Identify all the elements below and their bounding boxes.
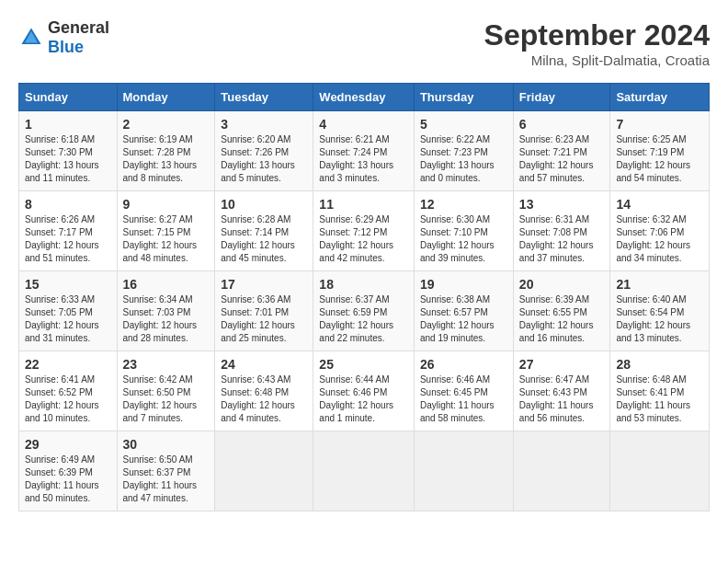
- sunset: Sunset: 7:14 PM: [221, 227, 289, 237]
- table-row: 19 Sunrise: 6:38 AM Sunset: 6:57 PM Dayl…: [414, 271, 513, 351]
- day-detail: Sunrise: 6:32 AM Sunset: 7:06 PM Dayligh…: [616, 213, 703, 265]
- day-detail: Sunrise: 6:48 AM Sunset: 6:41 PM Dayligh…: [616, 373, 703, 425]
- daylight: Daylight: 13 hours and 8 minutes.: [123, 160, 198, 183]
- sunset: Sunset: 7:23 PM: [420, 147, 488, 157]
- sunrise: Sunrise: 6:41 AM: [25, 374, 95, 385]
- day-detail: Sunrise: 6:37 AM Sunset: 6:59 PM Dayligh…: [319, 293, 408, 345]
- day-detail: Sunrise: 6:47 AM Sunset: 6:43 PM Dayligh…: [519, 373, 605, 425]
- day-number: 24: [221, 357, 307, 372]
- daylight: Daylight: 12 hours and 57 minutes.: [519, 160, 594, 183]
- day-detail: Sunrise: 6:46 AM Sunset: 6:45 PM Dayligh…: [420, 373, 507, 425]
- sunrise: Sunrise: 6:36 AM: [221, 294, 290, 304]
- day-number: 14: [616, 197, 703, 212]
- sunrise: Sunrise: 6:43 AM: [221, 374, 290, 385]
- daylight: Daylight: 12 hours and 54 minutes.: [616, 160, 690, 183]
- day-number: 21: [616, 277, 703, 292]
- table-row: 17 Sunrise: 6:36 AM Sunset: 7:01 PM Dayl…: [215, 271, 313, 351]
- day-detail: Sunrise: 6:36 AM Sunset: 7:01 PM Dayligh…: [221, 293, 307, 345]
- sunrise: Sunrise: 6:38 AM: [420, 294, 490, 304]
- table-row: 25 Sunrise: 6:44 AM Sunset: 6:46 PM Dayl…: [313, 351, 415, 431]
- daylight: Daylight: 12 hours and 1 minute.: [319, 400, 393, 423]
- day-detail: Sunrise: 6:40 AM Sunset: 6:54 PM Dayligh…: [616, 293, 703, 345]
- daylight: Daylight: 12 hours and 45 minutes.: [221, 240, 295, 263]
- day-number: 3: [221, 117, 307, 132]
- sunset: Sunset: 6:55 PM: [519, 307, 587, 317]
- table-row: [414, 431, 513, 511]
- table-row: 10 Sunrise: 6:28 AM Sunset: 7:14 PM Dayl…: [215, 191, 313, 271]
- col-friday: Friday: [513, 84, 610, 111]
- col-wednesday: Wednesday: [313, 84, 415, 111]
- table-row: 30 Sunrise: 6:50 AM Sunset: 6:37 PM Dayl…: [117, 431, 215, 511]
- day-number: 10: [221, 197, 307, 212]
- table-row: 14 Sunrise: 6:32 AM Sunset: 7:06 PM Dayl…: [610, 191, 710, 271]
- sunset: Sunset: 7:08 PM: [519, 227, 587, 237]
- day-number: 12: [420, 197, 507, 212]
- day-number: 8: [25, 197, 111, 212]
- table-row: 12 Sunrise: 6:30 AM Sunset: 7:10 PM Dayl…: [414, 191, 513, 271]
- table-row: 9 Sunrise: 6:27 AM Sunset: 7:15 PM Dayli…: [117, 191, 215, 271]
- daylight: Daylight: 12 hours and 51 minutes.: [25, 240, 99, 263]
- day-detail: Sunrise: 6:25 AM Sunset: 7:19 PM Dayligh…: [616, 133, 703, 185]
- col-sunday: Sunday: [19, 84, 118, 111]
- day-detail: Sunrise: 6:22 AM Sunset: 7:23 PM Dayligh…: [420, 133, 507, 185]
- day-number: 13: [519, 197, 605, 212]
- day-number: 19: [420, 277, 507, 292]
- sunset: Sunset: 6:50 PM: [123, 387, 191, 397]
- table-row: 1 Sunrise: 6:18 AM Sunset: 7:30 PM Dayli…: [19, 111, 118, 191]
- sunrise: Sunrise: 6:31 AM: [519, 214, 589, 224]
- sunrise: Sunrise: 6:19 AM: [123, 134, 193, 144]
- sunrise: Sunrise: 6:29 AM: [319, 214, 389, 224]
- sunset: Sunset: 6:52 PM: [25, 387, 93, 397]
- day-detail: Sunrise: 6:21 AM Sunset: 7:24 PM Dayligh…: [319, 133, 408, 185]
- page-header: General Blue September 2024 Milna, Split…: [18, 18, 710, 68]
- sunset: Sunset: 7:30 PM: [25, 147, 93, 157]
- calendar-week-row: 29 Sunrise: 6:49 AM Sunset: 6:39 PM Dayl…: [19, 431, 710, 511]
- sunset: Sunset: 7:03 PM: [123, 307, 191, 317]
- day-detail: Sunrise: 6:26 AM Sunset: 7:17 PM Dayligh…: [25, 213, 111, 265]
- daylight: Daylight: 11 hours and 53 minutes.: [616, 400, 690, 423]
- sunrise: Sunrise: 6:20 AM: [221, 134, 290, 144]
- sunset: Sunset: 7:01 PM: [221, 307, 289, 317]
- daylight: Daylight: 12 hours and 48 minutes.: [123, 240, 198, 263]
- day-detail: Sunrise: 6:33 AM Sunset: 7:05 PM Dayligh…: [25, 293, 111, 345]
- sunset: Sunset: 6:43 PM: [519, 387, 587, 397]
- day-detail: Sunrise: 6:18 AM Sunset: 7:30 PM Dayligh…: [25, 133, 111, 185]
- day-detail: Sunrise: 6:29 AM Sunset: 7:12 PM Dayligh…: [319, 213, 408, 265]
- table-row: [215, 431, 313, 511]
- sunset: Sunset: 6:46 PM: [319, 387, 387, 397]
- table-row: 2 Sunrise: 6:19 AM Sunset: 7:28 PM Dayli…: [117, 111, 215, 191]
- sunset: Sunset: 7:21 PM: [519, 147, 587, 157]
- day-number: 11: [319, 197, 408, 212]
- day-number: 30: [123, 437, 210, 452]
- daylight: Daylight: 12 hours and 28 minutes.: [123, 320, 198, 343]
- daylight: Daylight: 12 hours and 4 minutes.: [221, 400, 295, 423]
- col-monday: Monday: [117, 84, 215, 111]
- month-year: September 2024: [484, 18, 710, 52]
- sunrise: Sunrise: 6:44 AM: [319, 374, 389, 385]
- sunset: Sunset: 7:26 PM: [221, 147, 289, 157]
- table-row: 23 Sunrise: 6:42 AM Sunset: 6:50 PM Dayl…: [117, 351, 215, 431]
- daylight: Daylight: 12 hours and 42 minutes.: [319, 240, 393, 263]
- calendar-week-row: 1 Sunrise: 6:18 AM Sunset: 7:30 PM Dayli…: [19, 111, 710, 191]
- sunrise: Sunrise: 6:27 AM: [123, 214, 193, 224]
- sunrise: Sunrise: 6:33 AM: [25, 294, 95, 304]
- day-detail: Sunrise: 6:42 AM Sunset: 6:50 PM Dayligh…: [123, 373, 210, 425]
- table-row: [513, 431, 610, 511]
- day-detail: Sunrise: 6:39 AM Sunset: 6:55 PM Dayligh…: [519, 293, 605, 345]
- daylight: Daylight: 11 hours and 58 minutes.: [420, 400, 495, 423]
- table-row: 5 Sunrise: 6:22 AM Sunset: 7:23 PM Dayli…: [414, 111, 513, 191]
- day-number: 2: [123, 117, 210, 132]
- day-detail: Sunrise: 6:27 AM Sunset: 7:15 PM Dayligh…: [123, 213, 210, 265]
- day-number: 22: [25, 357, 111, 372]
- daylight: Daylight: 11 hours and 50 minutes.: [25, 480, 99, 503]
- sunrise: Sunrise: 6:42 AM: [123, 374, 193, 385]
- calendar-week-row: 8 Sunrise: 6:26 AM Sunset: 7:17 PM Dayli…: [19, 191, 710, 271]
- sunrise: Sunrise: 6:40 AM: [616, 294, 686, 304]
- daylight: Daylight: 13 hours and 5 minutes.: [221, 160, 295, 183]
- table-row: [610, 431, 710, 511]
- day-number: 20: [519, 277, 605, 292]
- day-number: 18: [319, 277, 408, 292]
- calendar-week-row: 15 Sunrise: 6:33 AM Sunset: 7:05 PM Dayl…: [19, 271, 710, 351]
- daylight: Daylight: 11 hours and 56 minutes.: [519, 400, 594, 423]
- logo: General Blue: [18, 18, 109, 57]
